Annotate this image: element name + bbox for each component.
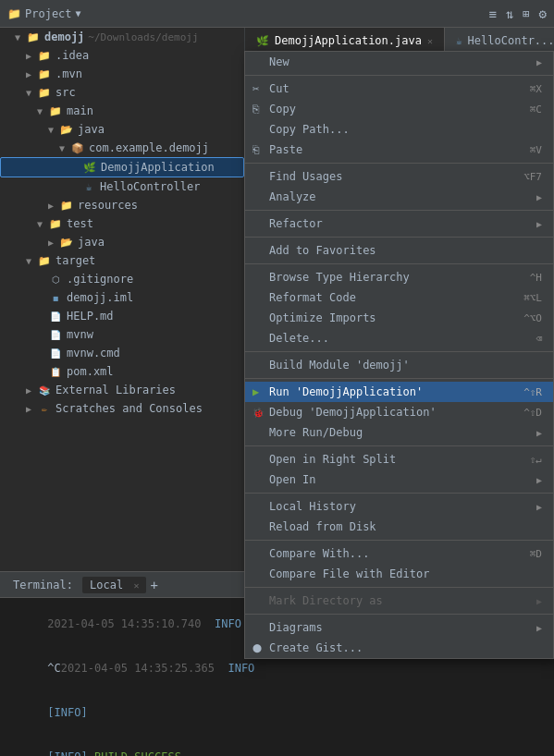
sidebar-item-mvnw[interactable]: 📄 mvnw <box>0 325 244 344</box>
sidebar-item-target[interactable]: 📁 target <box>0 251 244 270</box>
menu-item-debug[interactable]: 🐞 Debug 'DemojjApplication' ^⇧D <box>245 402 553 422</box>
menu-item-new[interactable]: New ▶ <box>245 52 553 72</box>
menu-item-paste[interactable]: ⎗ Paste ⌘V <box>245 140 553 160</box>
tab-close-icon[interactable]: ✕ <box>427 36 433 46</box>
sort-icon[interactable]: ⇅ <box>506 6 513 21</box>
separator <box>245 210 553 211</box>
sidebar-item-test-java[interactable]: 📂 java <box>0 233 244 251</box>
sidebar-item-java[interactable]: 📂 java <box>0 120 244 139</box>
sidebar-item-scratches[interactable]: ✏ Scratches and Consoles <box>0 399 244 418</box>
menu-item-delete[interactable]: Delete... ⌫ <box>245 328 553 348</box>
run-icon: ▶ <box>252 385 269 398</box>
arrow-icon <box>37 219 48 229</box>
menu-label-browse-type: Browse Type Hierarchy <box>269 271 511 284</box>
menu-item-diagrams[interactable]: Diagrams ▶ <box>245 617 553 638</box>
menu-label-mark-dir: Mark Directory as <box>269 594 536 607</box>
separator <box>245 540 553 541</box>
list-icon[interactable]: ≡ <box>488 6 496 21</box>
menu-item-compare-with[interactable]: Compare With... ⌘D <box>245 543 553 564</box>
arrow-icon <box>48 238 59 248</box>
menu-label-more-run: More Run/Debug <box>269 426 536 439</box>
menu-item-local-history[interactable]: Local History ▶ <box>245 496 553 517</box>
terminal-tab-local[interactable]: Local ✕ <box>82 577 146 593</box>
submenu-arrow: ▶ <box>536 475 542 485</box>
menu-label-run: Run 'DemojjApplication' <box>269 385 505 398</box>
sidebar-item-test[interactable]: 📁 test <box>0 214 244 233</box>
iml-icon: ◼ <box>48 290 63 305</box>
sidebar-item-main[interactable]: 📁 main <box>0 102 244 120</box>
menu-item-cut[interactable]: ✂ Cut ⌘X <box>245 79 553 99</box>
separator <box>245 378 553 379</box>
menu-item-browse-type[interactable]: Browse Type Hierarchy ^H <box>245 267 553 287</box>
menu-item-refactor[interactable]: Refactor ▶ <box>245 213 553 234</box>
arrow-icon <box>26 256 37 266</box>
sidebar-label: target <box>55 254 95 267</box>
separator <box>245 75 553 76</box>
sidebar-item-gitignore[interactable]: ⬡ .gitignore <box>0 270 244 288</box>
sidebar-item-idea[interactable]: 📁 .idea <box>0 46 244 65</box>
folder-blue-icon: 📂 <box>59 235 74 250</box>
terminal-local-label: Local <box>90 579 123 591</box>
menu-label-paste: Paste <box>269 143 511 156</box>
menu-item-add-favorites[interactable]: Add to Favorites <box>245 240 553 261</box>
folder-blue-icon: 📂 <box>59 122 74 137</box>
sidebar-label: Scratches and Consoles <box>55 402 203 415</box>
top-bar: 📁 Project ▼ ≡ ⇅ ⊞ ⚙ <box>0 0 554 28</box>
submenu-arrow: ▶ <box>536 502 542 512</box>
submenu-arrow: ▶ <box>536 219 542 229</box>
menu-item-create-gist[interactable]: ⬤ Create Gist... <box>245 638 553 658</box>
menu-item-open-in[interactable]: Open In ▶ <box>245 469 553 490</box>
git-icon: ⬡ <box>48 272 63 287</box>
arrow-icon <box>26 404 37 414</box>
sidebar-item-mvn[interactable]: 📁 .mvn <box>0 65 244 83</box>
sidebar-item-demojj[interactable]: 📁 demojj ~/Downloads/demojj <box>0 28 244 46</box>
tab-demojj-app[interactable]: 🌿 DemojjApplication.java ✕ <box>245 28 445 54</box>
terminal-add-tab-button[interactable]: + <box>150 578 157 592</box>
menu-label-cut: Cut <box>269 82 511 95</box>
menu-item-run[interactable]: ▶ Run 'DemojjApplication' ^⇧R <box>245 382 553 402</box>
tab-label: HelloContr... <box>468 34 554 47</box>
menu-item-reload[interactable]: Reload from Disk <box>245 517 553 537</box>
context-menu: New ▶ ✂ Cut ⌘X ⎘ Copy ⌘C Copy Path... ⎗ … <box>244 51 554 659</box>
sidebar-item-com-example[interactable]: 📦 com.example.demojj <box>0 139 244 157</box>
sidebar-item-pom[interactable]: 📋 pom.xml <box>0 362 244 381</box>
settings-icon[interactable]: ⚙ <box>539 6 547 21</box>
menu-item-more-run[interactable]: More Run/Debug ▶ <box>245 422 553 443</box>
shortcut-delete: ⌫ <box>536 333 542 345</box>
menu-item-optimize[interactable]: Optimize Imports ^⌥O <box>245 308 553 328</box>
submenu-arrow: ▶ <box>536 428 542 438</box>
menu-item-compare-file[interactable]: Compare File with Editor <box>245 564 553 584</box>
sidebar-label: main <box>67 104 93 117</box>
sidebar-item-hello-controller[interactable]: ☕ HelloController <box>0 177 244 196</box>
menu-item-find-usages[interactable]: Find Usages ⌥F7 <box>245 166 553 187</box>
menu-item-analyze[interactable]: Analyze ▶ <box>245 187 553 207</box>
folder-icon: 📁 <box>37 67 52 81</box>
menu-item-copy[interactable]: ⎘ Copy ⌘C <box>245 99 553 119</box>
arrow-icon <box>26 385 37 396</box>
menu-label-find-usages: Find Usages <box>269 170 505 183</box>
sidebar-item-demojj-app[interactable]: 🌿 DemojjApplication <box>0 157 244 177</box>
tab-hello[interactable]: ☕ HelloContr... <box>445 28 554 54</box>
separator <box>245 493 553 494</box>
sidebar-item-src[interactable]: 📁 src <box>0 83 244 102</box>
project-label-area: 📁 Project ▼ <box>7 7 81 20</box>
sidebar-label: HELP.md <box>67 310 114 323</box>
java-icon: ☕ <box>81 179 96 194</box>
menu-item-open-right[interactable]: Open in Right Split ⇧↵ <box>245 449 553 469</box>
menu-label-delete: Delete... <box>269 332 517 345</box>
menu-item-copy-path[interactable]: Copy Path... <box>245 119 553 140</box>
menu-label-refactor: Refactor <box>269 217 536 230</box>
project-dropdown-icon[interactable]: ▼ <box>76 8 81 18</box>
tab-spring-icon: 🌿 <box>256 35 269 47</box>
menu-label-compare-file: Compare File with Editor <box>269 567 542 580</box>
sidebar-item-help[interactable]: 📄 HELP.md <box>0 307 244 325</box>
sidebar-item-mvnw-cmd[interactable]: 📄 mvnw.cmd <box>0 344 244 362</box>
menu-label-create-gist: Create Gist... <box>269 641 542 654</box>
menu-item-build[interactable]: Build Module 'demojj' <box>245 355 553 375</box>
terminal-tab-close-icon[interactable]: ✕ <box>133 580 139 591</box>
sidebar-item-ext-lib[interactable]: 📚 External Libraries <box>0 381 244 399</box>
expand-icon[interactable]: ⊞ <box>523 7 529 20</box>
sidebar-item-resources[interactable]: 📁 resources <box>0 196 244 214</box>
sidebar-item-iml[interactable]: ◼ demojj.iml <box>0 288 244 307</box>
menu-item-reformat[interactable]: Reformat Code ⌘⌥L <box>245 287 553 308</box>
